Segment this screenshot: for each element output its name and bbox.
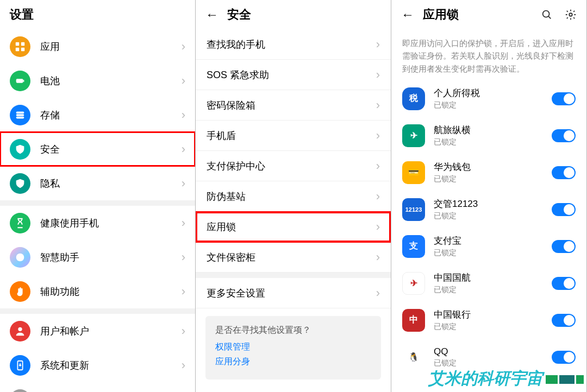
hint-link[interactable]: 权限管理 bbox=[215, 342, 371, 353]
settings-item-hourglass[interactable]: 健康使用手机› bbox=[0, 206, 195, 240]
app-name: 中国银行 bbox=[434, 308, 552, 321]
app-row: ✈中国国航已锁定 bbox=[391, 265, 586, 302]
row-label: 存储 bbox=[40, 109, 182, 122]
app-icon: ✈ bbox=[402, 272, 425, 295]
row-label: 健康使用手机 bbox=[40, 217, 182, 230]
app-toggle[interactable] bbox=[552, 166, 576, 179]
gear-icon[interactable] bbox=[565, 9, 577, 21]
back-icon[interactable]: ← bbox=[205, 7, 218, 22]
row-label: SOS 紧急求助 bbox=[207, 68, 376, 81]
security-item[interactable]: 查找我的手机› bbox=[196, 29, 391, 60]
app-status: 已锁定 bbox=[434, 248, 552, 258]
chevron-right-icon: › bbox=[182, 176, 185, 191]
app-status: 已锁定 bbox=[434, 285, 552, 295]
app-toggle[interactable] bbox=[552, 129, 576, 142]
settings-item-battery[interactable]: 电池› bbox=[0, 64, 195, 98]
row-label: 密码保险箱 bbox=[207, 99, 376, 112]
security-item[interactable]: 文件保密柜› bbox=[196, 242, 391, 273]
svg-rect-2 bbox=[16, 47, 19, 50]
app-icon: 税 bbox=[402, 87, 425, 110]
app-status: 已锁定 bbox=[434, 322, 552, 332]
app-text: 中国国航已锁定 bbox=[434, 271, 552, 295]
row-label: 更多安全设置 bbox=[207, 287, 376, 300]
svg-point-11 bbox=[18, 327, 22, 331]
chevron-right-icon: › bbox=[182, 74, 185, 88]
settings-item-person[interactable]: 用户和帐户› bbox=[0, 314, 195, 348]
app-name: 中国国航 bbox=[434, 271, 552, 284]
applock-header: ← 应用锁 bbox=[391, 0, 586, 29]
app-icon: ✈ bbox=[402, 124, 425, 147]
row-label: 应用 bbox=[40, 40, 182, 53]
hint-card: 是否在寻找其他设置项？权限管理应用分身 bbox=[205, 316, 381, 380]
svg-rect-7 bbox=[16, 114, 24, 116]
app-toggle[interactable] bbox=[552, 277, 576, 290]
app-status: 已锁定 bbox=[434, 100, 552, 110]
back-icon[interactable]: ← bbox=[401, 7, 414, 22]
row-label: 隐私 bbox=[40, 177, 182, 190]
person-icon bbox=[10, 321, 30, 342]
app-toggle[interactable] bbox=[552, 351, 576, 364]
settings-item-hand[interactable]: 辅助功能› bbox=[0, 274, 195, 308]
svg-rect-6 bbox=[16, 111, 24, 113]
row-label: 智慧助手 bbox=[40, 251, 182, 264]
app-row: 💳华为钱包已锁定 bbox=[391, 154, 586, 191]
security-item[interactable]: 支付保护中心› bbox=[196, 151, 391, 181]
chevron-right-icon: › bbox=[376, 250, 380, 264]
chevron-right-icon: › bbox=[376, 68, 380, 82]
settings-header: 设置 bbox=[0, 0, 195, 29]
app-toggle[interactable] bbox=[552, 92, 576, 105]
app-name: 交管12123 bbox=[434, 198, 552, 210]
security-item[interactable]: 手机盾› bbox=[196, 121, 391, 151]
settings-item-lock[interactable]: 隐私› bbox=[0, 166, 195, 200]
settings-item-assistant[interactable]: 智慧助手› bbox=[0, 240, 195, 274]
page-title: 安全 bbox=[227, 7, 251, 23]
security-item[interactable]: 密码保险箱› bbox=[196, 90, 391, 121]
security-pane: ← 安全 查找我的手机›SOS 紧急求助›密码保险箱›手机盾›支付保护中心›防伪… bbox=[196, 0, 391, 392]
app-name: 航旅纵横 bbox=[434, 124, 552, 136]
row-label: 应用锁 bbox=[207, 220, 376, 233]
app-status: 已锁定 bbox=[434, 358, 552, 368]
security-item[interactable]: 应用锁› bbox=[196, 212, 391, 242]
security-item[interactable]: 更多安全设置› bbox=[196, 278, 391, 308]
svg-point-10 bbox=[16, 253, 24, 261]
security-item[interactable]: SOS 紧急求助› bbox=[196, 60, 391, 90]
applock-description: 即应用访问入口的保护锁，开启后，进入应用时需验证身份。若关联人脸识别，光线良好下… bbox=[391, 29, 586, 80]
settings-item-update[interactable]: 系统和更新› bbox=[0, 348, 195, 382]
row-label: 查找我的手机 bbox=[207, 38, 376, 51]
page-title: 应用锁 bbox=[423, 7, 459, 23]
svg-rect-4 bbox=[16, 79, 23, 83]
settings-item-apps[interactable]: 应用› bbox=[0, 29, 195, 64]
hand-icon bbox=[10, 281, 30, 302]
settings-item-shield[interactable]: 安全› bbox=[0, 132, 195, 166]
chevron-right-icon: › bbox=[182, 250, 185, 264]
app-row: 12123交管12123已锁定 bbox=[391, 191, 586, 228]
app-icon: 🐧 bbox=[402, 346, 425, 369]
row-label: 系统和更新 bbox=[40, 359, 182, 372]
update-icon bbox=[10, 355, 30, 376]
chevron-right-icon: › bbox=[376, 98, 380, 112]
app-name: 支付宝 bbox=[434, 235, 552, 247]
app-text: QQ已锁定 bbox=[434, 346, 552, 368]
security-header: ← 安全 bbox=[196, 0, 391, 29]
app-toggle[interactable] bbox=[552, 314, 576, 327]
hint-question: 是否在寻找其他设置项？ bbox=[215, 325, 371, 336]
storage-icon bbox=[10, 105, 30, 125]
search-icon[interactable] bbox=[541, 9, 553, 21]
security-item[interactable]: 防伪基站› bbox=[196, 181, 391, 212]
settings-pane: 设置 应用›电池›存储›安全›隐私›健康使用手机›智慧助手›辅助功能›用户和帐户… bbox=[0, 0, 196, 392]
settings-list: 应用›电池›存储›安全›隐私›健康使用手机›智慧助手›辅助功能›用户和帐户›系统… bbox=[0, 29, 195, 392]
chevron-right-icon: › bbox=[182, 284, 185, 299]
app-toggle[interactable] bbox=[552, 240, 576, 253]
app-icon: 中 bbox=[402, 309, 425, 332]
hint-link[interactable]: 应用分身 bbox=[215, 356, 371, 368]
app-toggle[interactable] bbox=[552, 203, 576, 216]
row-label: 用户和帐户 bbox=[40, 325, 182, 338]
page-title: 设置 bbox=[10, 7, 34, 23]
app-text: 交管12123已锁定 bbox=[434, 198, 552, 221]
battery-icon bbox=[10, 71, 30, 91]
assistant-icon bbox=[10, 247, 30, 268]
settings-item-storage[interactable]: 存储› bbox=[0, 98, 195, 132]
settings-item-phone[interactable]: 关于手机› bbox=[0, 382, 195, 392]
chevron-right-icon: › bbox=[376, 189, 380, 204]
chevron-right-icon: › bbox=[376, 129, 380, 143]
